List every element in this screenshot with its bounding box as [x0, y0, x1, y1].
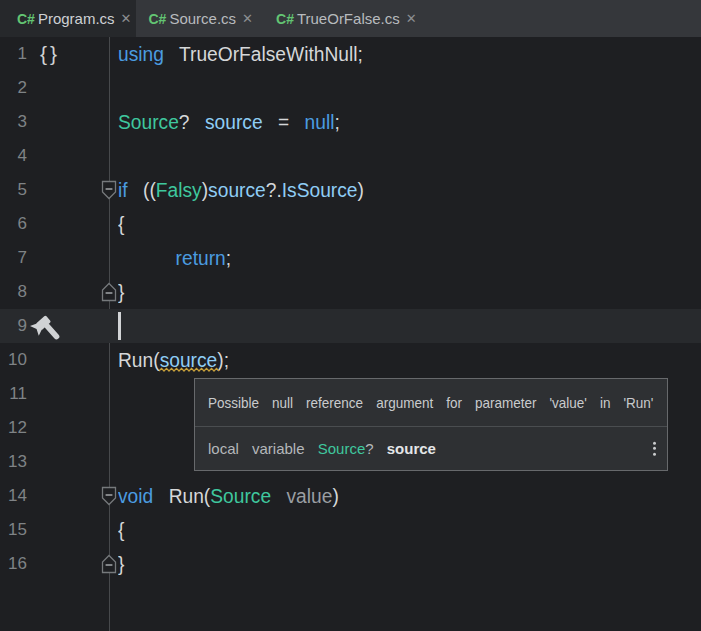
code-line-9[interactable]: 9: [0, 309, 701, 343]
code-token: ): [332, 485, 338, 507]
line-number: 7: [0, 241, 27, 275]
tooltip-message-text: Possible null reference argument for par…: [208, 394, 653, 411]
code-token: }: [118, 553, 124, 575]
code-token: if: [118, 179, 143, 201]
quick-fix-hammer-icon[interactable]: [30, 311, 66, 345]
code-token: TrueOrFalseWithNull;: [179, 43, 363, 65]
code-token: ?.: [266, 179, 282, 201]
code-line-7[interactable]: 7return;: [0, 241, 701, 275]
code-token: Run(: [118, 349, 160, 371]
diagnostic-tooltip: Possible null reference argument for par…: [194, 378, 668, 471]
close-icon[interactable]: ✕: [121, 12, 132, 25]
editor-pane[interactable]: 1{}using TrueOrFalseWithNull;23Source? s…: [0, 37, 701, 631]
fold-end-marker[interactable]: [101, 282, 117, 302]
tooltip-message: Possible null reference argument for par…: [195, 379, 667, 427]
gutter: {}: [27, 37, 118, 71]
line-number: 13: [0, 445, 27, 479]
code-token: source: [205, 111, 263, 133]
code-token: null: [305, 111, 335, 133]
line-number: 15: [0, 513, 27, 547]
gutter: [27, 139, 118, 173]
code-token: local variable: [208, 440, 318, 457]
gutter: [27, 309, 118, 343]
code-line-2[interactable]: 2: [0, 71, 701, 105]
kebab-dot: [653, 441, 656, 444]
line-number: 6: [0, 207, 27, 241]
csharp-file-icon: C#: [276, 11, 294, 27]
code-editor-window: { "colors": { "editor_bg": "#1e1f22", "t…: [0, 0, 701, 631]
code-token: ?: [365, 440, 387, 457]
close-icon[interactable]: ✕: [242, 12, 253, 25]
code-token: ;: [335, 111, 340, 133]
kebab-dot: [653, 453, 656, 456]
line-number: 12: [0, 411, 27, 445]
line-number: 8: [0, 275, 27, 309]
code-token: return: [176, 247, 226, 269]
fold-start-marker[interactable]: [101, 180, 117, 200]
braces-icon: {}: [40, 37, 60, 71]
code-line-4[interactable]: 4: [0, 139, 701, 173]
line-number: 14: [0, 479, 27, 513]
kebab-dot: [653, 447, 656, 450]
code-token: ;: [226, 247, 231, 269]
code-line-15[interactable]: 15{: [0, 513, 701, 547]
line-number: 5: [0, 173, 27, 207]
code-token: }: [118, 281, 124, 303]
code-token: {: [118, 213, 124, 235]
code-line-10[interactable]: 10Run(source);: [0, 343, 701, 377]
editor-tab-bar: C#Program.cs✕C#Source.cs✕C#TrueOrFalse.c…: [0, 0, 701, 37]
code-token: =: [263, 111, 305, 133]
line-number: 3: [0, 105, 27, 139]
gutter: [27, 105, 118, 139]
code-text: using TrueOrFalseWithNull;: [118, 37, 678, 71]
line-number: 10: [0, 343, 27, 377]
code-token: void: [118, 485, 169, 507]
gutter: [27, 241, 118, 275]
csharp-file-icon: C#: [17, 11, 35, 27]
fold-end-marker[interactable]: [101, 554, 117, 574]
code-token: IsSource: [282, 179, 358, 201]
tab-label: TrueOrFalse.cs: [297, 10, 400, 27]
code-token: {: [118, 519, 124, 541]
line-number: 1: [0, 37, 27, 71]
tab-label: Program.cs: [38, 10, 115, 27]
code-token: Source: [210, 485, 271, 507]
gutter: [27, 513, 118, 547]
tab-trueorfalse-cs[interactable]: C#TrueOrFalse.cs✕: [263, 0, 427, 37]
gutter: [27, 445, 118, 479]
tooltip-symbol-info: local variable Source? source: [195, 427, 667, 470]
line-number: 2: [0, 71, 27, 105]
csharp-file-icon: C#: [149, 11, 167, 27]
line-number: 4: [0, 139, 27, 173]
code-line-1[interactable]: 1{}using TrueOrFalseWithNull;: [0, 37, 701, 71]
code-text: [118, 139, 678, 173]
fold-start-marker[interactable]: [101, 486, 117, 506]
gutter: [27, 207, 118, 241]
code-text: void Run(Source value): [118, 479, 678, 513]
code-text: }: [118, 275, 678, 309]
close-icon[interactable]: ✕: [406, 12, 417, 25]
code-token: ?: [179, 111, 205, 133]
gutter: [27, 343, 118, 377]
text-cursor: [118, 312, 121, 340]
code-line-6[interactable]: 6{: [0, 207, 701, 241]
code-text: if ((Falsy)source?.IsSource): [118, 173, 678, 207]
code-text: [118, 71, 678, 105]
code-token: value: [287, 485, 333, 507]
code-token: );: [217, 349, 229, 371]
warning-squiggle: [159, 367, 219, 373]
tab-label: Source.cs: [169, 10, 236, 27]
code-line-3[interactable]: 3Source? source = null;: [0, 105, 701, 139]
code-token: Run(: [169, 485, 211, 507]
tab-source-cs[interactable]: C#Source.cs✕: [136, 0, 264, 37]
code-token: [271, 485, 286, 507]
code-text: {: [118, 513, 678, 547]
code-token: source: [387, 440, 436, 457]
line-number: 16: [0, 547, 27, 581]
code-token: ): [358, 179, 364, 201]
gutter: [27, 377, 118, 411]
kebab-menu-icon[interactable]: [653, 441, 656, 456]
code-token: source: [208, 179, 266, 201]
tab-program-cs[interactable]: C#Program.cs✕: [0, 0, 136, 37]
line-number: 9: [0, 309, 27, 343]
